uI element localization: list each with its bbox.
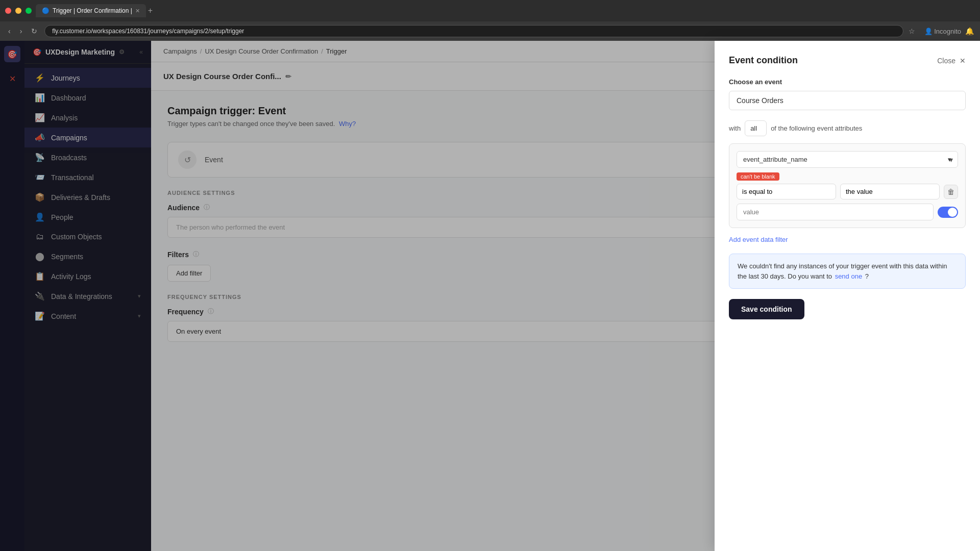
condition-row: with all any of the following event attr… bbox=[729, 120, 966, 136]
attr-name-select[interactable]: event_attribute_name ▾ bbox=[737, 151, 958, 168]
value-type-select[interactable]: the value event attribute bbox=[840, 184, 940, 199]
following-label: of the following event attributes bbox=[771, 124, 862, 132]
event-condition-panel: Event condition Close ✕ Choose an event … bbox=[715, 41, 980, 551]
panel-close-button[interactable]: Close ✕ bbox=[937, 57, 966, 65]
cant-be-blank-text: can't be blank bbox=[737, 172, 779, 181]
attribute-filter-container: event_attribute_name ▾ can't be blank is… bbox=[729, 143, 966, 228]
operator-select[interactable]: is equal to is not equal to contains is … bbox=[737, 184, 836, 199]
bookmark-icon[interactable]: ☆ bbox=[909, 27, 915, 35]
active-tab[interactable]: 🔵 Trigger | Order Confirmation | ✕ bbox=[36, 4, 146, 17]
attr-name-value: event_attribute_name bbox=[743, 156, 807, 163]
url-text: fly.customer.io/workspaces/160831/journe… bbox=[52, 28, 244, 35]
window-max-btn[interactable] bbox=[26, 8, 32, 14]
with-label: with bbox=[729, 124, 741, 132]
delete-icon: 🗑 bbox=[947, 188, 954, 196]
browser-tabs: 🔵 Trigger | Order Confirmation | ✕ + bbox=[36, 4, 975, 17]
info-box: We couldn't find any instances of your t… bbox=[729, 254, 966, 289]
panel-header: Event condition Close ✕ bbox=[729, 55, 966, 66]
panel-close-icon: ✕ bbox=[960, 57, 966, 65]
panel-close-label: Close bbox=[937, 57, 955, 65]
url-bar[interactable]: fly.customer.io/workspaces/160831/journe… bbox=[44, 25, 903, 37]
attr-name-select-wrapper: event_attribute_name ▾ bbox=[737, 151, 958, 168]
tab-icon: 🔵 bbox=[42, 7, 50, 14]
attr-name-chevron-icon: ▾ bbox=[948, 156, 951, 163]
event-select-input[interactable] bbox=[729, 91, 966, 110]
forward-button[interactable]: › bbox=[18, 25, 24, 37]
back-button[interactable]: ‹ bbox=[6, 25, 13, 37]
value-toggle[interactable] bbox=[938, 207, 958, 218]
profile-icon[interactable]: 👤 Incognito bbox=[924, 28, 961, 35]
attr-name-row: event_attribute_name ▾ bbox=[737, 151, 958, 168]
panel-title: Event condition bbox=[729, 55, 798, 66]
bell-icon[interactable]: 🔔 bbox=[965, 27, 974, 35]
browser-chrome: 🔵 Trigger | Order Confirmation | ✕ + bbox=[0, 0, 980, 21]
choose-event-label: Choose an event bbox=[729, 78, 966, 86]
value-input[interactable] bbox=[737, 204, 934, 220]
attr-condition-row: is equal to is not equal to contains is … bbox=[737, 184, 958, 199]
window-controls bbox=[5, 8, 32, 14]
tab-title: Trigger | Order Confirmation | bbox=[53, 7, 132, 14]
info-text-2: ? bbox=[865, 272, 869, 280]
value-input-row bbox=[737, 204, 958, 220]
new-tab-button[interactable]: + bbox=[148, 6, 153, 15]
address-bar: ‹ › ↻ fly.customer.io/workspaces/160831/… bbox=[0, 21, 980, 41]
window-min-btn[interactable] bbox=[15, 8, 21, 14]
window-close-btn[interactable] bbox=[5, 8, 11, 14]
all-select[interactable]: all any bbox=[745, 120, 767, 136]
add-event-filter-link[interactable]: Add event data filter bbox=[729, 236, 788, 243]
refresh-button[interactable]: ↻ bbox=[29, 25, 39, 37]
cant-be-blank-badge: can't be blank bbox=[737, 172, 958, 184]
delete-filter-button[interactable]: 🗑 bbox=[944, 185, 958, 199]
send-one-link[interactable]: send one bbox=[835, 272, 863, 280]
tab-close-icon[interactable]: ✕ bbox=[135, 8, 140, 14]
save-condition-button[interactable]: Save condition bbox=[729, 299, 804, 319]
